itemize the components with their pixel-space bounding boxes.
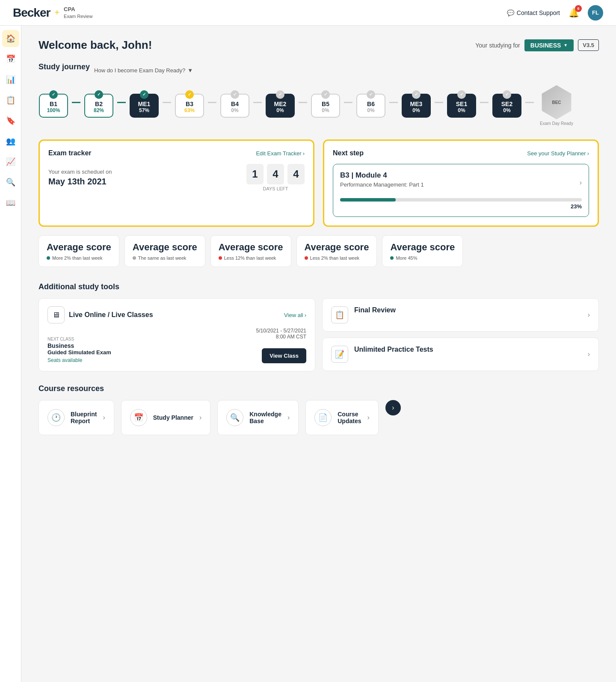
connector (344, 102, 352, 103)
journey-node-me3[interactable]: ✓ ME3 0% (401, 94, 431, 118)
practice-tests-card[interactable]: 📝 Unlimited Practice Tests › (322, 338, 599, 371)
sidebar-item-book[interactable]: 📖 (2, 194, 19, 211)
journey-node-se2[interactable]: ✓ SE2 0% (492, 94, 522, 118)
study-journey-dropdown[interactable]: How do I become Exam Day Ready? ▼ (94, 67, 193, 74)
exam-day-ready: BEC Exam Day Ready (537, 85, 576, 126)
avatar[interactable]: FL (588, 5, 603, 21)
welcome-header: Welcome back, John! Your studying for BU… (38, 39, 599, 52)
dot-icon (390, 256, 394, 260)
studying-for: Your studying for BUSINESS ▼ V3.5 (475, 39, 599, 51)
course-updates-arrow-icon: › (367, 414, 369, 421)
connector (435, 102, 443, 103)
module-chevron-icon[interactable]: › (580, 179, 582, 187)
stat-indicator-2: The same as last week (133, 255, 197, 261)
journey-node-b2[interactable]: ✓ B2 82% (84, 94, 114, 118)
final-review-card[interactable]: 📋 Final Review › (322, 298, 599, 332)
notifications-button[interactable]: 🔔 6 (569, 8, 579, 18)
studying-for-badge[interactable]: BUSINESS ▼ (524, 39, 574, 51)
resources-grid: 🕐 BlueprintReport › 📅 Study Planner › 🔍 … (38, 400, 599, 435)
journey-node-b1[interactable]: ✓ B1 100% (38, 94, 68, 118)
knowledge-base-icon: 🔍 (226, 409, 243, 426)
subject-chevron-icon: ▼ (563, 43, 568, 47)
blueprint-arrow-icon: › (103, 414, 105, 421)
blueprint-icon: 🕐 (47, 409, 65, 426)
connector (299, 102, 307, 103)
final-review-icon: 📋 (331, 306, 348, 323)
study-planner-link[interactable]: See your Study Planner › (527, 150, 589, 157)
tools-section: Additional study tools 🖥 Live Online / L… (38, 282, 599, 371)
check-icon: ✓ (503, 90, 511, 99)
stat-card-1: Average score More 2% than last week (38, 235, 119, 267)
next-step-inner[interactable]: B3 | Module 4 Performance Management: Pa… (333, 164, 589, 217)
study-planner-arrow-icon: › (199, 414, 201, 421)
check-icon: ✓ (95, 90, 103, 99)
contact-support-button[interactable]: 💬 Contact Support (507, 9, 560, 16)
final-review-chevron-icon[interactable]: › (588, 311, 590, 319)
stat-card-5: Average score More 45% (382, 235, 463, 267)
live-classes-title: Live Online / Live Classes (69, 311, 153, 319)
journey-node-b3[interactable]: ✓ B3 63% (175, 94, 204, 118)
knowledge-base-name: KnowledgeBase (249, 411, 281, 424)
sidebar-item-people[interactable]: 👥 (2, 133, 19, 150)
main-content: Welcome back, John! Your studying for BU… (21, 26, 616, 682)
practice-tests-inner: 📝 Unlimited Practice Tests › (331, 346, 590, 363)
study-planner-name: Study Planner (153, 414, 193, 421)
journey-node-b4[interactable]: ✓ B4 0% (220, 94, 250, 118)
practice-tests-chevron-icon[interactable]: › (588, 350, 590, 358)
stat-card-3: Average score Less 12% than last week (210, 235, 291, 267)
final-review-title: Final Review (354, 306, 396, 314)
arrow-right-icon: › (303, 150, 305, 157)
study-planner-icon: 📅 (130, 409, 147, 426)
resources-section: Course resources 🕐 BlueprintReport › 📅 S… (38, 384, 599, 435)
progress-bar-fill (340, 198, 396, 202)
journey-node-me2[interactable]: ✓ ME2 0% (265, 94, 295, 118)
study-journey-title: Study journey (38, 62, 90, 71)
view-class-button[interactable]: View Class (262, 348, 306, 363)
logo-area: Becker + CPA Exam Review (13, 6, 92, 20)
sidebar-item-barchart[interactable]: 📈 (2, 153, 19, 170)
version-badge: V3.5 (578, 39, 599, 51)
journey-node-b6[interactable]: ✓ B6 0% (356, 94, 386, 118)
next-step-title: Next step (333, 149, 364, 157)
sidebar-item-home[interactable]: 🏠 (2, 30, 19, 47)
live-classes-card: 🖥 Live Online / Live Classes View all › … (38, 298, 315, 371)
arrow-right-icon: › (305, 312, 306, 318)
sidebar-item-bookmark[interactable]: 🔖 (2, 112, 19, 129)
layout: 🏠 📅 📊 📋 🔖 👥 📈 🔍 📖 Welcome back, John! Yo… (0, 26, 616, 682)
course-updates-name: CourseUpdates (338, 411, 361, 424)
study-journey-track: ✓ B1 100% ✓ B2 82% ✓ ME1 57% (38, 85, 599, 129)
sidebar-item-chart[interactable]: 📊 (2, 71, 19, 88)
journey-node-se1[interactable]: ✓ SE1 0% (447, 94, 477, 118)
dot-icon (133, 256, 136, 260)
view-all-link[interactable]: View all › (284, 312, 306, 318)
course-resources-title: Course resources (38, 384, 599, 393)
resource-study-planner[interactable]: 📅 Study Planner › (121, 400, 210, 435)
exam-tracker-content: Your exam is scheduel on May 13th 2021 1… (48, 164, 305, 191)
check-icon: ✓ (140, 90, 148, 99)
resource-knowledge-base[interactable]: 🔍 KnowledgeBase › (217, 400, 299, 435)
days-left-block: 1 4 4 DAYS LEFT (246, 164, 305, 191)
dot-icon (219, 256, 222, 260)
exam-tracker-title: Exam tracker (48, 149, 92, 157)
resources-next-button[interactable]: › (385, 400, 401, 415)
resource-blueprint[interactable]: 🕐 BlueprintReport › (38, 400, 114, 435)
check-icon: ✓ (185, 90, 194, 99)
right-tools-col: 📋 Final Review › 📝 Unlimited Practice Te… (322, 298, 599, 371)
tools-grid: 🖥 Live Online / Live Classes View all › … (38, 298, 599, 371)
dropdown-chevron-icon: ▼ (187, 67, 193, 74)
exam-date-block: Your exam is scheduel on May 13th 2021 (48, 169, 112, 187)
day-box-1: 1 (246, 164, 264, 184)
journey-node-me1[interactable]: ✓ ME1 57% (129, 94, 159, 118)
progress-wrap: 23% (340, 198, 582, 210)
sidebar-item-clipboard[interactable]: 📋 (2, 92, 19, 109)
resource-course-updates[interactable]: 📄 CourseUpdates › (305, 400, 379, 435)
journey-node-b5[interactable]: ✓ B5 0% (311, 94, 341, 118)
chat-icon: 💬 (507, 9, 514, 16)
connector (208, 102, 216, 103)
sidebar-item-calendar[interactable]: 📅 (2, 50, 19, 68)
connector (117, 102, 126, 103)
check-icon: ✓ (231, 90, 239, 99)
sidebar-item-search[interactable]: 🔍 (2, 174, 19, 191)
dot-icon (47, 256, 50, 260)
edit-exam-tracker-link[interactable]: Edit Exam Tracker › (256, 150, 305, 157)
